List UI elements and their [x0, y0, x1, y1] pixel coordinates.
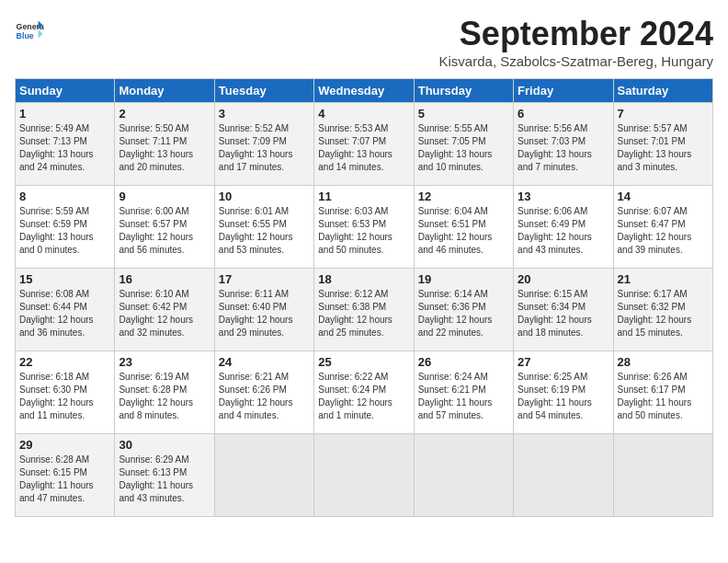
location-title: Kisvarda, Szabolcs-Szatmar-Bereg, Hungar… [439, 53, 713, 69]
table-row: 10Sunrise: 6:01 AMSunset: 6:55 PMDayligh… [214, 186, 313, 269]
table-row: 19Sunrise: 6:14 AMSunset: 6:36 PMDayligh… [414, 269, 513, 351]
col-friday: Friday [514, 79, 613, 103]
table-row: 3Sunrise: 5:52 AMSunset: 7:09 PMDaylight… [214, 103, 313, 186]
col-tuesday: Tuesday [214, 79, 313, 103]
table-row [214, 434, 313, 517]
logo: General Blue [15, 15, 44, 44]
table-row: 16Sunrise: 6:10 AMSunset: 6:42 PMDayligh… [115, 269, 214, 351]
table-row: 14Sunrise: 6:07 AMSunset: 6:47 PMDayligh… [613, 186, 712, 269]
table-row: 20Sunrise: 6:15 AMSunset: 6:34 PMDayligh… [514, 269, 613, 351]
table-row: 28Sunrise: 6:26 AMSunset: 6:17 PMDayligh… [613, 351, 712, 434]
logo-icon: General Blue [15, 15, 44, 44]
table-row: 1Sunrise: 5:49 AMSunset: 7:13 PMDaylight… [16, 103, 115, 186]
header-row: Sunday Monday Tuesday Wednesday Thursday… [16, 79, 713, 103]
col-sunday: Sunday [16, 79, 115, 103]
table-row: 6Sunrise: 5:56 AMSunset: 7:03 PMDaylight… [514, 103, 613, 186]
col-thursday: Thursday [414, 79, 513, 103]
table-row: 2Sunrise: 5:50 AMSunset: 7:11 PMDaylight… [115, 103, 214, 186]
week-row-3: 15Sunrise: 6:08 AMSunset: 6:44 PMDayligh… [16, 269, 713, 351]
table-row: 7Sunrise: 5:57 AMSunset: 7:01 PMDaylight… [613, 103, 712, 186]
month-title: September 2024 [439, 15, 713, 53]
table-row [414, 434, 513, 517]
week-row-2: 8Sunrise: 5:59 AMSunset: 6:59 PMDaylight… [16, 186, 713, 269]
col-wednesday: Wednesday [314, 79, 414, 103]
table-row: 18Sunrise: 6:12 AMSunset: 6:38 PMDayligh… [314, 269, 414, 351]
table-row: 26Sunrise: 6:24 AMSunset: 6:21 PMDayligh… [414, 351, 513, 434]
table-row [514, 434, 613, 517]
title-area: September 2024 Kisvarda, Szabolcs-Szatma… [439, 15, 713, 69]
table-row: 12Sunrise: 6:04 AMSunset: 6:51 PMDayligh… [414, 186, 513, 269]
table-row: 8Sunrise: 5:59 AMSunset: 6:59 PMDaylight… [16, 186, 115, 269]
table-row: 4Sunrise: 5:53 AMSunset: 7:07 PMDaylight… [314, 103, 414, 186]
week-row-4: 22Sunrise: 6:18 AMSunset: 6:30 PMDayligh… [16, 351, 713, 434]
table-row: 9Sunrise: 6:00 AMSunset: 6:57 PMDaylight… [115, 186, 214, 269]
table-row: 17Sunrise: 6:11 AMSunset: 6:40 PMDayligh… [214, 269, 313, 351]
header: General Blue September 2024 Kisvarda, Sz… [15, 15, 713, 69]
col-saturday: Saturday [613, 79, 712, 103]
table-row: 15Sunrise: 6:08 AMSunset: 6:44 PMDayligh… [16, 269, 115, 351]
week-row-1: 1Sunrise: 5:49 AMSunset: 7:13 PMDaylight… [16, 103, 713, 186]
table-row: 21Sunrise: 6:17 AMSunset: 6:32 PMDayligh… [613, 269, 712, 351]
table-row: 5Sunrise: 5:55 AMSunset: 7:05 PMDaylight… [414, 103, 513, 186]
table-row: 11Sunrise: 6:03 AMSunset: 6:53 PMDayligh… [314, 186, 414, 269]
week-row-5: 29Sunrise: 6:28 AMSunset: 6:15 PMDayligh… [16, 434, 713, 517]
table-row: 13Sunrise: 6:06 AMSunset: 6:49 PMDayligh… [514, 186, 613, 269]
table-row: 23Sunrise: 6:19 AMSunset: 6:28 PMDayligh… [115, 351, 214, 434]
table-row: 29Sunrise: 6:28 AMSunset: 6:15 PMDayligh… [16, 434, 115, 517]
table-row: 27Sunrise: 6:25 AMSunset: 6:19 PMDayligh… [514, 351, 613, 434]
col-monday: Monday [115, 79, 214, 103]
table-row: 22Sunrise: 6:18 AMSunset: 6:30 PMDayligh… [16, 351, 115, 434]
table-row: 24Sunrise: 6:21 AMSunset: 6:26 PMDayligh… [214, 351, 313, 434]
calendar-table: Sunday Monday Tuesday Wednesday Thursday… [15, 78, 713, 517]
svg-text:Blue: Blue [17, 31, 34, 40]
table-row: 30Sunrise: 6:29 AMSunset: 6:13 PMDayligh… [115, 434, 214, 517]
table-row [314, 434, 414, 517]
table-row [613, 434, 712, 517]
table-row: 25Sunrise: 6:22 AMSunset: 6:24 PMDayligh… [314, 351, 414, 434]
